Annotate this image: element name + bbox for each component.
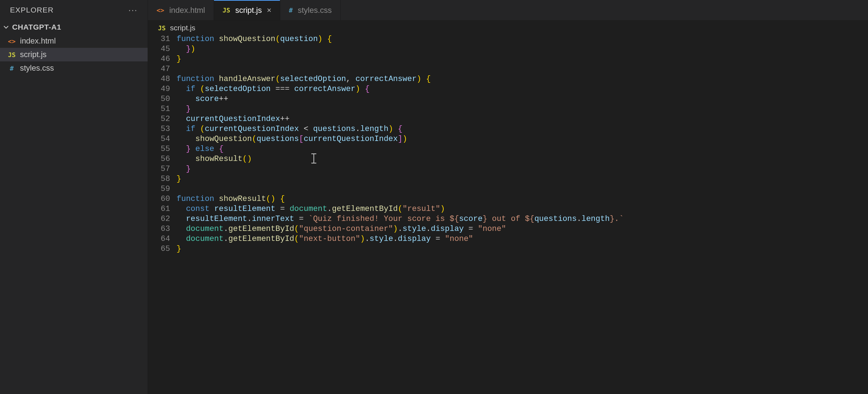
line-number: 56 [148,154,170,164]
tab-label: index.html [169,6,205,15]
line-number: 64 [148,234,170,244]
code-line[interactable]: function showQuestion(question) { [177,34,868,44]
line-number: 53 [148,124,170,134]
file-item[interactable]: <>index.html [0,34,148,48]
tab-label: styles.css [298,6,332,15]
code-line[interactable]: } [177,174,868,184]
line-number: 49 [148,84,170,94]
line-number: 63 [148,224,170,234]
file-label: styles.css [20,64,54,73]
explorer-title: EXPLORER [10,6,53,14]
editor[interactable]: 3145464748495051525354555657585960616263… [148,34,868,394]
gutter: 3145464748495051525354555657585960616263… [148,34,177,394]
code-line[interactable]: }) [177,44,868,54]
project-row[interactable]: CHATGPT-A1 [0,20,148,34]
line-number: 65 [148,244,170,254]
code-line[interactable]: currentQuestionIndex++ [177,114,868,124]
code-line[interactable]: if (currentQuestionIndex < questions.len… [177,124,868,134]
code-area[interactable]: function showQuestion(question) { })} fu… [177,34,868,394]
file-label: index.html [20,36,56,46]
project-name: CHATGPT-A1 [12,23,61,31]
file-label: script.js [20,50,47,59]
main: <>index.htmlJSscript.js×#styles.css JS s… [148,0,868,394]
file-type-icon: JS [7,51,16,59]
line-number: 48 [148,74,170,84]
code-line[interactable] [177,184,868,194]
code-line[interactable]: function showResult() { [177,194,868,204]
code-line[interactable]: resultElement.innerText = `Quiz finished… [177,214,868,224]
breadcrumb-icon: JS [158,24,166,32]
code-line[interactable]: if (selectedOption === correctAnswer) { [177,84,868,94]
line-number: 31 [148,34,170,44]
code-line[interactable] [177,64,868,74]
code-line[interactable]: function handleAnswer(selectedOption, co… [177,74,868,84]
code-line[interactable]: const resultElement = document.getElemen… [177,204,868,214]
line-number: 55 [148,144,170,154]
code-line[interactable]: document.getElementById("next-button").s… [177,234,868,244]
file-tree: <>index.htmlJSscript.js#styles.css [0,34,148,75]
explorer-more-icon[interactable]: ··· [128,5,138,15]
explorer-header: EXPLORER ··· [0,0,148,20]
code-line[interactable]: showQuestion(questions[currentQuestionIn… [177,134,868,144]
code-line[interactable]: } [177,244,868,254]
line-number: 60 [148,194,170,204]
code-line[interactable]: score++ [177,94,868,104]
code-line[interactable]: } [177,164,868,174]
line-number: 46 [148,54,170,64]
line-number: 47 [148,64,170,74]
line-number: 51 [148,104,170,114]
file-type-icon: # [7,65,16,72]
code-line[interactable]: document.getElementById("question-contai… [177,224,868,234]
tab[interactable]: <>index.html [148,0,214,20]
tab-file-icon: # [289,6,293,14]
file-type-icon: <> [7,37,16,45]
tab[interactable]: JSscript.js× [214,0,280,20]
chevron-down-icon [2,23,10,31]
file-item[interactable]: JSscript.js [0,48,148,61]
tab-bar: <>index.htmlJSscript.js×#styles.css [148,0,868,21]
line-number: 54 [148,134,170,144]
line-number: 45 [148,44,170,54]
line-number: 52 [148,114,170,124]
sidebar: EXPLORER ··· CHATGPT-A1 <>index.htmlJSsc… [0,0,148,394]
tab-file-icon: <> [157,6,164,14]
tab-label: script.js [235,6,262,15]
code-line[interactable]: showResult() [177,154,868,164]
line-number: 57 [148,164,170,174]
code-line[interactable]: } else { [177,144,868,154]
close-icon[interactable]: × [267,6,271,15]
line-number: 58 [148,174,170,184]
code-line[interactable]: } [177,104,868,114]
tab[interactable]: #styles.css [280,0,341,20]
line-number: 50 [148,94,170,104]
line-number: 62 [148,214,170,224]
line-number: 59 [148,184,170,194]
breadcrumb[interactable]: JS script.js [148,21,868,34]
line-number: 61 [148,204,170,214]
breadcrumb-label: script.js [170,24,195,32]
tab-file-icon: JS [223,6,230,14]
file-item[interactable]: #styles.css [0,61,148,75]
code-line[interactable]: } [177,54,868,64]
